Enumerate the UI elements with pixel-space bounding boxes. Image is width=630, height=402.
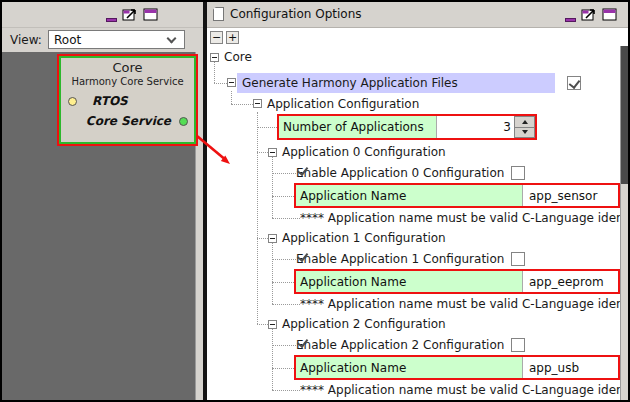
rtos-label: RTOS [92,94,128,108]
core-block-subtitle: Harmony Core Service [61,76,194,87]
tree-node-application-configuration[interactable]: Application Configuration [267,95,419,113]
tree-node-application-1[interactable]: Application 1 Configuration [282,229,446,247]
core-service-port-icon[interactable] [179,117,188,126]
tree-node-generate-files[interactable]: Generate Harmony Application Files [237,73,555,93]
number-of-applications-row: Number of Applications 3 [277,114,537,140]
scrollbar-thumb[interactable] [621,46,628,184]
core-block-body: Core Harmony Core Service RTOS Core Serv… [59,56,196,144]
enable-application-0-checkbox[interactable] [511,166,525,180]
enable-application-0-row: Enable Application 0 Configuration [296,164,525,182]
tree-connector [257,152,268,153]
number-of-applications-value[interactable]: 3 [437,116,514,138]
config-panel-title: Configuration Options [230,7,362,21]
config-panel-scrollbar[interactable] [620,46,628,400]
tree-connector [257,127,277,128]
expand-all-button[interactable]: + [226,31,239,44]
application-0-name-label: Application Name [296,185,523,206]
config-minimize-icon[interactable] [565,18,576,22]
expander-icon-app-config[interactable] [253,99,262,108]
tree-connector [272,329,273,390]
application-2-name-input[interactable]: app_usb [523,357,618,378]
expander-icon-application-0[interactable] [268,148,277,157]
tree-node-application-2[interactable]: Application 2 Configuration [282,315,446,333]
application-1-name-row: Application Name app_eeprom [294,269,620,294]
application-0-name-row: Application Name app_sensor [294,183,620,208]
enable-application-1-checkbox[interactable] [511,252,525,266]
core-block[interactable]: Core Harmony Core Service RTOS Core Serv… [57,54,198,146]
application-0-note: **** Application name must be valid C-La… [300,209,627,227]
application-1-note: **** Application name must be valid C-La… [300,295,627,313]
generate-files-checkbox[interactable] [567,76,581,90]
enable-application-1-row: Enable Application 1 Configuration [296,250,525,268]
annotation-arrow [194,132,238,170]
number-of-applications-label: Number of Applications [279,116,437,138]
number-of-applications-spinner[interactable] [514,116,535,138]
enable-application-2-checkbox[interactable] [511,338,525,352]
view-row: View: Root [2,28,203,52]
expander-icon-core[interactable] [210,53,219,62]
enable-application-2-row: Enable Application 2 Configuration [296,336,525,354]
config-maximize-icon[interactable] [602,7,618,26]
tree-connector [272,243,273,304]
tree-connector [272,368,294,369]
tree-connector [272,345,296,346]
tree-connector [231,104,253,105]
core-service-label: Core Service [86,114,171,128]
application-2-note: **** Application name must be valid C-La… [300,381,627,399]
tree-connector [257,238,268,239]
tree-connector [257,112,258,324]
view-dropdown[interactable]: Root [48,30,185,49]
tree-connector [272,173,296,174]
view-label: View: [10,33,42,47]
expander-icon-generate-files[interactable] [227,78,236,87]
tree-connector [272,259,296,260]
application-1-name-label: Application Name [296,271,523,292]
maximize-icon[interactable] [143,7,159,26]
tree-connector [272,218,300,219]
tree-connector [272,157,273,218]
app-window: View: Root Core Harmony Core Service RTO… [0,0,630,402]
expander-icon-application-2[interactable] [268,320,277,329]
core-block-title: Core [61,60,194,75]
enable-application-1-label: Enable Application 1 Configuration [296,250,504,268]
left-panel-titlebar [2,2,203,28]
tree-node-application-0[interactable]: Application 0 Configuration [282,143,446,161]
tree-connector [214,59,215,83]
configuration-options-panel: Configuration Options − + [207,2,628,400]
config-toolbar: − + [207,29,628,46]
tree-node-core[interactable]: Core [224,48,252,66]
chevron-down-icon [167,34,177,44]
float-window-icon[interactable] [122,7,138,26]
config-panel-titlebar: Configuration Options [207,2,628,28]
minimize-icon[interactable] [106,18,117,22]
project-graph-panel: View: Root Core Harmony Core Service RTO… [2,2,203,400]
tree-connector [231,91,232,104]
spinner-down-icon[interactable] [514,127,535,139]
application-2-name-label: Application Name [296,357,523,378]
expander-icon-application-1[interactable] [268,234,277,243]
rtos-port-icon[interactable] [68,97,77,106]
tree-connector [272,304,300,305]
collapse-all-button[interactable]: − [210,31,223,44]
tree-connector [272,196,294,197]
config-float-window-icon[interactable] [581,7,597,26]
config-tree: Core Generate Harmony Application Files … [207,46,618,400]
graph-canvas: Core Harmony Core Service RTOS Core Serv… [2,52,195,400]
application-0-name-input[interactable]: app_sensor [523,185,618,206]
tree-connector [214,83,227,84]
application-2-name-row: Application Name app_usb [294,355,620,380]
document-icon [213,7,224,21]
tree-connector [272,282,294,283]
application-1-name-input[interactable]: app_eeprom [523,271,618,292]
tree-connector [272,390,300,391]
tree-connector [257,324,268,325]
view-dropdown-value: Root [54,33,81,47]
enable-application-0-label: Enable Application 0 Configuration [296,164,504,182]
enable-application-2-label: Enable Application 2 Configuration [296,336,504,354]
